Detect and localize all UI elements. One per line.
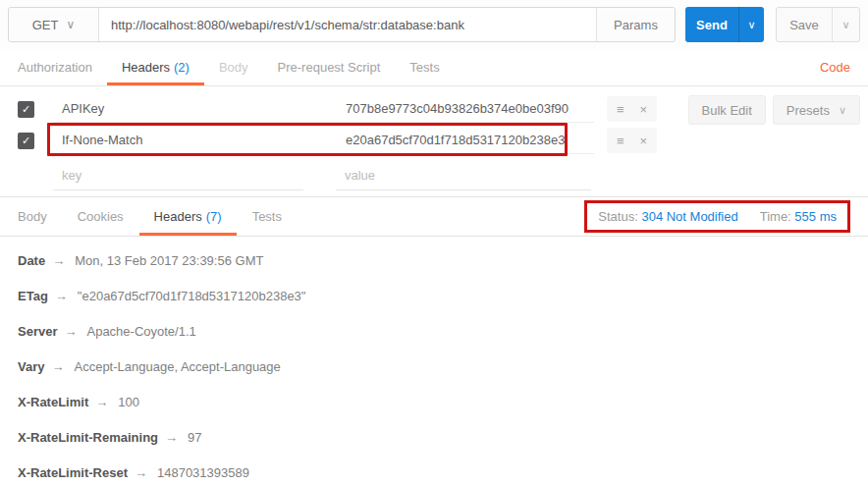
tab-response-tests[interactable]: Tests bbox=[252, 197, 282, 236]
response-headers-list: Date → Mon, 13 Feb 2017 23:39:56 GMT ETa… bbox=[0, 237, 868, 486]
header-value-field[interactable]: 707b8e9773c04b93826b374e0be03f90 bbox=[337, 95, 594, 123]
tab-tests[interactable]: Tests bbox=[409, 49, 439, 85]
new-header-key-input[interactable] bbox=[53, 161, 303, 190]
response-header-key: Server bbox=[18, 324, 57, 339]
params-button[interactable]: Params bbox=[596, 8, 675, 41]
check-icon: ✓ bbox=[22, 135, 30, 147]
response-header-row: X-RateLimit-Remaining → 97 bbox=[18, 419, 850, 455]
header-value-text: e20a67d5cf70d1f718d5317120b238e3 bbox=[346, 133, 565, 147]
response-header-value: Accept-Language, Accept-Language bbox=[74, 359, 280, 374]
response-header-key: X-RateLimit-Remaining bbox=[18, 430, 158, 445]
close-icon[interactable]: × bbox=[640, 134, 648, 148]
presets-button[interactable]: Presets ∨ bbox=[773, 95, 860, 125]
arrow-icon: → bbox=[64, 324, 77, 339]
red-annotation-box-status: Status: 304 Not Modified Time: 555 ms bbox=[584, 200, 850, 233]
tab-label: Body bbox=[18, 209, 47, 224]
response-header-row: Vary → Accept-Language, Accept-Language bbox=[18, 349, 850, 384]
response-tabs: Body Cookies Headers (7) Tests Status: 3… bbox=[0, 196, 868, 237]
header-checkbox[interactable]: ✓ bbox=[18, 101, 34, 118]
request-tabs: Authorization Headers (2) Body Pre-reque… bbox=[0, 49, 868, 86]
request-bar: GET ∨ Params Send ∨ Save ∨ bbox=[0, 0, 868, 49]
send-dropdown-button[interactable]: ∨ bbox=[738, 7, 764, 42]
header-key-text: APIKey bbox=[62, 101, 104, 116]
method-label: GET bbox=[32, 18, 59, 32]
arrow-icon: → bbox=[95, 395, 108, 409]
tab-label: Pre-request Script bbox=[278, 60, 381, 75]
response-header-row: ETag → "e20a67d5cf70d1f718d5317120b238e3… bbox=[18, 278, 850, 313]
response-header-key: Vary bbox=[18, 359, 44, 374]
tab-label: Tests bbox=[252, 209, 282, 224]
tab-pre-request-script[interactable]: Pre-request Script bbox=[278, 49, 381, 85]
arrow-icon: → bbox=[52, 253, 65, 268]
response-header-value: Apache-Coyote/1.1 bbox=[86, 324, 195, 339]
status-value[interactable]: 304 Not Modified bbox=[641, 209, 737, 224]
header-value-text: 707b8e9773c04b93826b374e0be03f90 bbox=[346, 101, 569, 116]
bulk-edit-label: Bulk Edit bbox=[702, 103, 752, 118]
header-checkbox[interactable]: ✓ bbox=[18, 133, 34, 149]
tab-label: Tests bbox=[409, 60, 439, 75]
send-split-button: Send ∨ bbox=[685, 7, 764, 42]
tab-count: (2) bbox=[174, 60, 190, 75]
chevron-down-icon: ∨ bbox=[839, 104, 846, 117]
header-key-field[interactable]: APIKey bbox=[53, 95, 337, 123]
time-value[interactable]: 555 ms bbox=[794, 209, 837, 224]
presets-label: Presets bbox=[787, 103, 830, 118]
tab-response-cookies[interactable]: Cookies bbox=[78, 197, 124, 236]
tab-headers[interactable]: Headers (2) bbox=[122, 49, 190, 85]
chevron-down-icon: ∨ bbox=[841, 19, 849, 31]
response-header-value: 97 bbox=[188, 430, 201, 445]
tab-label: Body bbox=[219, 60, 248, 75]
headers-editor: ✓ APIKey 707b8e9773c04b93826b374e0be03f9… bbox=[0, 86, 868, 196]
send-label: Send bbox=[696, 18, 728, 32]
response-header-value: 100 bbox=[118, 395, 139, 409]
new-header-row bbox=[0, 161, 868, 190]
status-label: Status: bbox=[598, 209, 637, 224]
new-header-value-input[interactable] bbox=[336, 161, 591, 190]
tab-label: Headers bbox=[154, 209, 202, 224]
response-header-value: "e20a67d5cf70d1f718d5317120b238e3" bbox=[78, 289, 306, 303]
tab-count: (7) bbox=[206, 209, 222, 224]
header-key-field[interactable]: If-None-Match bbox=[53, 127, 337, 154]
tab-body[interactable]: Body bbox=[219, 49, 248, 85]
response-header-row: X-RateLimit-Reset → 1487031393589 bbox=[18, 455, 850, 486]
header-key-text: If-None-Match bbox=[62, 133, 142, 147]
chevron-down-icon: ∨ bbox=[747, 19, 755, 31]
header-row-if-none-match: ✓ If-None-Match e20a67d5cf70d1f718d53171… bbox=[0, 125, 868, 156]
tab-label: Headers bbox=[122, 60, 170, 75]
save-button[interactable]: Save bbox=[777, 8, 832, 41]
tab-authorization[interactable]: Authorization bbox=[18, 49, 92, 85]
response-header-row: Server → Apache-Coyote/1.1 bbox=[18, 313, 850, 349]
bulk-edit-button[interactable]: Bulk Edit bbox=[688, 95, 766, 125]
header-value-field[interactable]: e20a67d5cf70d1f718d5317120b238e3 bbox=[337, 127, 594, 154]
arrow-icon: → bbox=[51, 359, 64, 374]
response-header-value: Mon, 13 Feb 2017 23:39:56 GMT bbox=[75, 253, 263, 268]
tab-response-headers[interactable]: Headers (7) bbox=[154, 197, 222, 236]
params-label: Params bbox=[614, 18, 658, 32]
tab-response-body[interactable]: Body bbox=[18, 197, 47, 236]
time-label: Time: bbox=[760, 209, 791, 224]
save-split-button: Save ∨ bbox=[776, 7, 860, 42]
save-label: Save bbox=[789, 18, 819, 32]
response-header-key: X-RateLimit bbox=[18, 395, 88, 409]
method-select[interactable]: GET ∨ bbox=[9, 8, 99, 41]
response-header-key: X-RateLimit-Reset bbox=[18, 465, 128, 480]
arrow-icon: → bbox=[135, 465, 147, 480]
send-button[interactable]: Send bbox=[685, 7, 738, 42]
response-header-row: Date → Mon, 13 Feb 2017 23:39:56 GMT bbox=[18, 243, 850, 278]
url-group: GET ∨ Params bbox=[8, 7, 676, 42]
drag-handle-icon[interactable]: ≡ bbox=[617, 134, 624, 148]
tab-label: Cookies bbox=[78, 209, 124, 224]
drag-handle-icon[interactable]: ≡ bbox=[617, 102, 624, 117]
save-dropdown-button[interactable]: ∨ bbox=[832, 8, 859, 41]
arrow-icon: → bbox=[55, 289, 68, 303]
code-link[interactable]: Code bbox=[820, 60, 850, 75]
close-icon[interactable]: × bbox=[640, 102, 648, 117]
response-header-key: ETag bbox=[18, 289, 48, 303]
arrow-icon: → bbox=[165, 430, 178, 445]
response-header-row: X-RateLimit → 100 bbox=[18, 384, 850, 419]
response-header-key: Date bbox=[18, 253, 45, 268]
check-icon: ✓ bbox=[22, 103, 30, 116]
chevron-down-icon: ∨ bbox=[66, 18, 75, 31]
url-input[interactable] bbox=[99, 8, 596, 41]
tab-label: Authorization bbox=[18, 60, 92, 75]
